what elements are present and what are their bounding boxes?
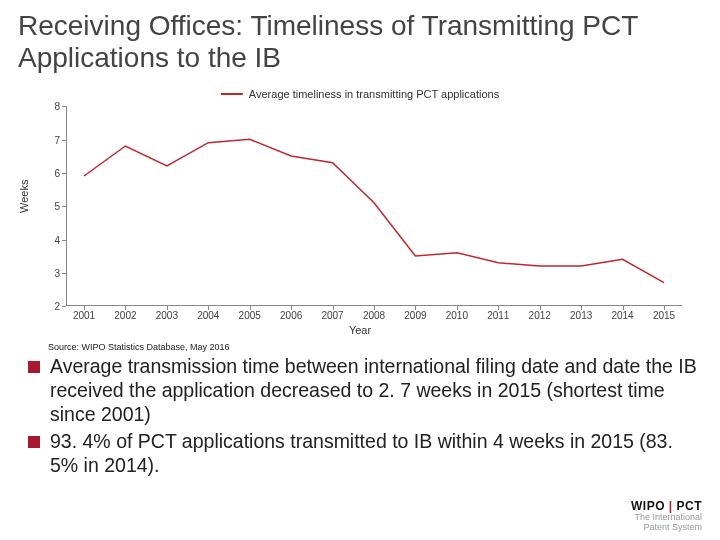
line-path [66, 106, 682, 306]
x-tick-label: 2011 [478, 310, 518, 321]
x-tick-mark [167, 306, 168, 310]
x-tick-mark [664, 306, 665, 310]
y-tick-label: 5 [22, 201, 60, 212]
x-tick-mark [250, 306, 251, 310]
y-tick-label: 4 [22, 234, 60, 245]
x-tick-mark [84, 306, 85, 310]
x-tick-mark [498, 306, 499, 310]
x-tick-mark [291, 306, 292, 310]
brand-pct: PCT [677, 499, 703, 513]
chart-legend: Average timeliness in transmitting PCT a… [221, 88, 499, 100]
legend-swatch-icon [221, 93, 243, 95]
separator-icon: | [665, 499, 677, 513]
x-tick-label: 2002 [105, 310, 145, 321]
x-tick-label: 2014 [603, 310, 643, 321]
x-tick-label: 2003 [147, 310, 187, 321]
y-tick-label: 7 [22, 134, 60, 145]
page-title: Receiving Offices: Timeliness of Transmi… [0, 10, 720, 80]
x-tick-mark [125, 306, 126, 310]
x-tick-label: 2009 [395, 310, 435, 321]
x-tick-label: 2008 [354, 310, 394, 321]
chart-source: Source: WIPO Statistics Database, May 20… [48, 342, 720, 352]
x-tick-label: 2006 [271, 310, 311, 321]
x-tick-label: 2001 [64, 310, 104, 321]
x-tick-mark [415, 306, 416, 310]
y-tick-mark [62, 306, 66, 307]
x-tick-label: 2007 [313, 310, 353, 321]
brand-wipo: WIPO [631, 499, 665, 513]
bullet-item: Average transmission time between intern… [28, 355, 706, 426]
plot-area: 2345678 20012002200320042005200620072008… [66, 106, 682, 306]
y-tick-label: 3 [22, 268, 60, 279]
x-tick-mark [374, 306, 375, 310]
x-tick-mark [540, 306, 541, 310]
x-tick-mark [208, 306, 209, 310]
y-tick-label: 2 [22, 301, 60, 312]
brand-lockup: WIPO | PCT [631, 499, 702, 513]
bullet-item: 93. 4% of PCT applications transmitted t… [28, 430, 706, 478]
x-tick-mark [581, 306, 582, 310]
y-tick-label: 8 [22, 101, 60, 112]
x-tick-label: 2004 [188, 310, 228, 321]
slide: Receiving Offices: Timeliness of Transmi… [0, 0, 720, 540]
x-tick-label: 2005 [230, 310, 270, 321]
y-tick-label: 6 [22, 168, 60, 179]
x-tick-label: 2010 [437, 310, 477, 321]
x-tick-label: 2015 [644, 310, 684, 321]
x-tick-label: 2013 [561, 310, 601, 321]
bullet-list: Average transmission time between intern… [0, 355, 720, 477]
brand-tagline-2: Patent System [631, 523, 702, 532]
legend-label: Average timeliness in transmitting PCT a… [249, 88, 499, 100]
x-tick-mark [623, 306, 624, 310]
chart: Average timeliness in transmitting PCT a… [20, 88, 700, 338]
footer-logo: WIPO | PCT The International Patent Syst… [631, 499, 702, 532]
x-axis-label: Year [349, 324, 371, 336]
x-tick-mark [457, 306, 458, 310]
x-tick-mark [333, 306, 334, 310]
x-tick-label: 2012 [520, 310, 560, 321]
